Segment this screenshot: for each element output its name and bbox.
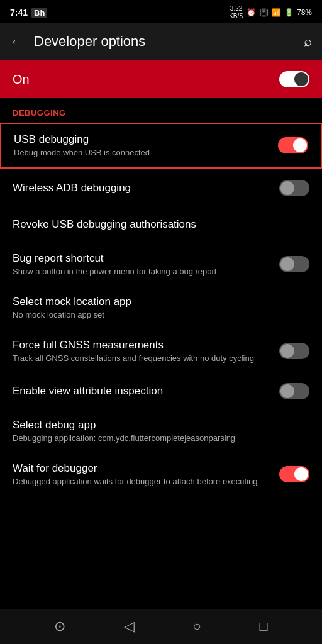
nav-home-icon[interactable]: ○ <box>192 618 201 635</box>
bug-report-text: Bug report shortcut Show a button in the… <box>13 252 272 277</box>
status-time: 7:41 Bh <box>10 8 47 18</box>
network-speed: 3.22KB/S <box>229 5 243 20</box>
usb-debugging-text: USB debugging Debug mode when USB is con… <box>14 133 270 158</box>
gnss-toggle[interactable] <box>279 343 309 359</box>
nav-bar: ⊙ ◁ ○ □ <box>0 609 322 644</box>
toggle-thumb <box>280 344 294 358</box>
back-button[interactable]: ← <box>10 33 24 50</box>
status-bar: 7:41 Bh 3.22KB/S ⏰ 📳 📶 🔋 78% <box>0 0 322 23</box>
signal-icon: 📶 <box>272 8 281 17</box>
nav-circle-icon[interactable]: ⊙ <box>54 618 65 635</box>
revoke-usb-text: Revoke USB debugging authorisations <box>13 218 302 231</box>
bug-report-toggle[interactable] <box>279 256 309 272</box>
usb-debugging-toggle[interactable] <box>278 137 308 153</box>
bug-report-row[interactable]: Bug report shortcut Show a button in the… <box>0 243 322 286</box>
battery-icon: 🔋 <box>284 8 294 17</box>
gnss-text: Force full GNSS measurements Track all G… <box>13 338 272 364</box>
wireless-adb-row[interactable]: Wireless ADB debugging <box>0 170 322 206</box>
alarm-icon: ⏰ <box>247 8 256 17</box>
mock-location-subtitle: No mock location app set <box>13 310 302 321</box>
toggle-thumb <box>280 181 294 195</box>
nav-back-icon[interactable]: ◁ <box>124 618 135 635</box>
wireless-adb-toggle[interactable] <box>279 180 309 196</box>
usb-debugging-row[interactable]: USB debugging Debug mode when USB is con… <box>0 123 322 169</box>
toggle-thumb <box>294 467 308 481</box>
usb-debugging-subtitle: Debug mode when USB is connected <box>14 148 270 158</box>
status-app-icon: Bh <box>31 8 47 18</box>
gnss-row[interactable]: Force full GNSS measurements Track all G… <box>0 330 322 373</box>
gnss-subtitle: Track all GNSS constellations and freque… <box>13 353 272 364</box>
battery-text: 78% <box>297 8 312 17</box>
developer-options-toggle[interactable] <box>279 71 309 87</box>
header: ← Developer options ⌕ <box>0 23 322 60</box>
on-label: On <box>13 72 30 87</box>
wait-debugger-toggle[interactable] <box>279 466 309 482</box>
usb-debugging-title: USB debugging <box>14 133 270 147</box>
wait-debugger-text: Wait for debugger Debugged application w… <box>13 462 272 487</box>
bug-report-subtitle: Show a button in the power menu for taki… <box>13 267 272 277</box>
debug-app-subtitle: Debugging application: com.ydc.flutterco… <box>13 433 302 444</box>
debug-app-text: Select debug app Debugging application: … <box>13 418 302 444</box>
vibrate-icon: 📳 <box>259 8 269 17</box>
content-area: DEBUGGING USB debugging Debug mode when … <box>0 98 322 609</box>
mock-location-title: Select mock location app <box>13 295 302 309</box>
page-title: Developer options <box>34 33 304 50</box>
debugging-section-header: DEBUGGING <box>0 98 322 121</box>
revoke-usb-row[interactable]: Revoke USB debugging authorisations <box>0 206 322 243</box>
toggle-thumb <box>280 257 294 271</box>
nav-recents-icon[interactable]: □ <box>259 618 267 635</box>
toggle-thumb <box>294 72 308 86</box>
bug-report-title: Bug report shortcut <box>13 252 272 265</box>
toggle-thumb <box>280 384 294 398</box>
view-attribute-text: Enable view attribute inspection <box>13 384 272 398</box>
wait-debugger-subtitle: Debugged application waits for debugger … <box>13 477 272 487</box>
revoke-usb-title: Revoke USB debugging authorisations <box>13 218 302 231</box>
view-attribute-toggle[interactable] <box>279 383 309 399</box>
wait-debugger-title: Wait for debugger <box>13 462 272 475</box>
mock-location-text: Select mock location app No mock locatio… <box>13 295 302 321</box>
debug-app-title: Select debug app <box>13 418 302 432</box>
developer-options-toggle-row[interactable]: On <box>0 60 322 98</box>
toggle-thumb <box>293 138 307 152</box>
status-icons: 3.22KB/S ⏰ 📳 📶 🔋 78% <box>229 5 312 20</box>
gnss-title: Force full GNSS measurements <box>13 338 272 352</box>
search-button[interactable]: ⌕ <box>304 33 312 50</box>
wait-debugger-row[interactable]: Wait for debugger Debugged application w… <box>0 453 322 496</box>
mock-location-row[interactable]: Select mock location app No mock locatio… <box>0 286 322 330</box>
wireless-adb-text: Wireless ADB debugging <box>13 181 272 195</box>
wireless-adb-title: Wireless ADB debugging <box>13 181 272 195</box>
view-attribute-row[interactable]: Enable view attribute inspection <box>0 373 322 409</box>
view-attribute-title: Enable view attribute inspection <box>13 384 272 398</box>
debug-app-row[interactable]: Select debug app Debugging application: … <box>0 409 322 453</box>
